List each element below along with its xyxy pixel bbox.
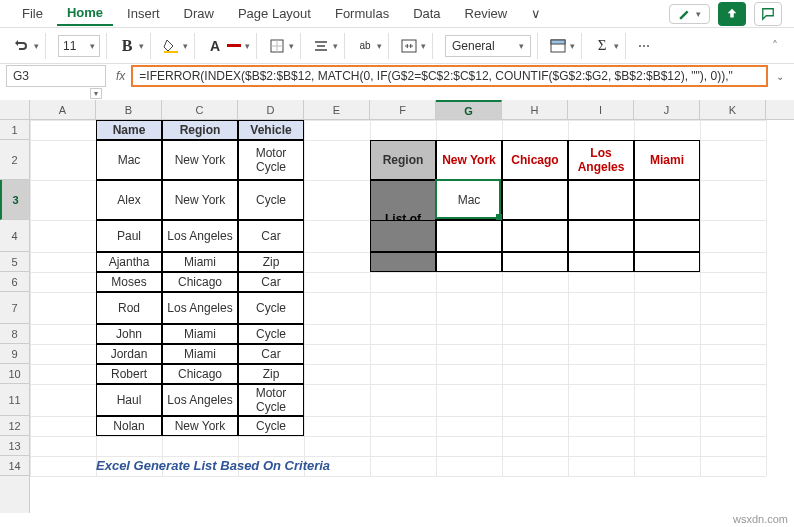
table1-header[interactable]: Name <box>96 120 162 140</box>
table1-cell[interactable]: Cycle <box>238 180 304 220</box>
undo-icon[interactable] <box>14 38 30 54</box>
list-label[interactable] <box>370 252 436 272</box>
table1-cell[interactable]: Car <box>238 220 304 252</box>
table1-cell[interactable]: Los Angeles <box>162 384 238 416</box>
col-header-K[interactable]: K <box>700 100 766 119</box>
table1-cell[interactable]: Jordan <box>96 344 162 364</box>
conditional-format-button[interactable] <box>550 38 566 54</box>
result-cell[interactable] <box>634 252 700 272</box>
table1-cell[interactable]: New York <box>162 180 238 220</box>
tab-review[interactable]: Review <box>455 2 518 25</box>
table1-cell[interactable]: Motor Cycle <box>238 140 304 180</box>
select-all[interactable] <box>0 100 29 120</box>
col-header-J[interactable]: J <box>634 100 700 119</box>
region-name[interactable]: Los Angeles <box>568 140 634 180</box>
more-tools[interactable]: ⋯ <box>638 39 650 53</box>
result-cell[interactable] <box>634 180 700 220</box>
result-cell[interactable] <box>568 180 634 220</box>
table1-cell[interactable]: Chicago <box>162 364 238 384</box>
row-header-14[interactable]: 14 <box>0 456 29 476</box>
pen-mode-button[interactable]: ▾ <box>669 4 710 24</box>
name-box-dropdown[interactable]: ▾ <box>6 88 106 100</box>
table1-cell[interactable]: Zip <box>238 364 304 384</box>
fx-label[interactable]: fx <box>110 69 131 83</box>
col-header-G[interactable]: G <box>436 100 502 119</box>
table1-cell[interactable]: Cycle <box>238 324 304 344</box>
col-header-C[interactable]: C <box>162 100 238 119</box>
region-name[interactable]: Miami <box>634 140 700 180</box>
table1-cell[interactable]: Robert <box>96 364 162 384</box>
result-cell[interactable] <box>502 180 568 220</box>
table1-cell[interactable]: Moses <box>96 272 162 292</box>
result-cell[interactable] <box>502 252 568 272</box>
table1-cell[interactable]: Alex <box>96 180 162 220</box>
result-cell[interactable] <box>502 220 568 252</box>
fill-color-button[interactable] <box>163 38 179 54</box>
table1-cell[interactable]: Chicago <box>162 272 238 292</box>
formula-input[interactable]: =IFERROR(INDEX($B$2:$B$12, MATCH(0, IF(G… <box>131 65 768 87</box>
row-header-1[interactable]: 1 <box>0 120 29 140</box>
col-header-E[interactable]: E <box>304 100 370 119</box>
table1-cell[interactable]: Haul <box>96 384 162 416</box>
row-header-2[interactable]: 2 <box>0 140 29 180</box>
table1-cell[interactable]: Cycle <box>238 416 304 436</box>
table1-cell[interactable]: Los Angeles <box>162 220 238 252</box>
region-name[interactable]: Chicago <box>502 140 568 180</box>
result-cell[interactable] <box>568 220 634 252</box>
table1-cell[interactable]: Miami <box>162 324 238 344</box>
formula-expand[interactable]: ⌄ <box>776 71 794 82</box>
row-header-5[interactable]: 5 <box>0 252 29 272</box>
row-header-4[interactable]: 4 <box>0 220 29 252</box>
table1-cell[interactable]: Rod <box>96 292 162 324</box>
font-size-box[interactable]: 11▾ <box>58 35 100 57</box>
merge-button[interactable] <box>401 38 417 54</box>
tab-file[interactable]: File <box>12 2 53 25</box>
region-label[interactable]: Region <box>370 140 436 180</box>
row-header-13[interactable]: 13 <box>0 436 29 456</box>
tab-home[interactable]: Home <box>57 1 113 26</box>
tab-more[interactable]: ∨ <box>521 2 551 25</box>
result-cell[interactable] <box>436 252 502 272</box>
col-header-D[interactable]: D <box>238 100 304 119</box>
table1-cell[interactable]: Nolan <box>96 416 162 436</box>
result-cell[interactable] <box>568 252 634 272</box>
autosum-button[interactable]: Σ <box>594 38 610 54</box>
row-header-9[interactable]: 9 <box>0 344 29 364</box>
comments-button[interactable] <box>754 2 782 26</box>
table1-cell[interactable]: Car <box>238 272 304 292</box>
table1-cell[interactable]: Miami <box>162 252 238 272</box>
table1-cell[interactable]: New York <box>162 140 238 180</box>
row-header-7[interactable]: 7 <box>0 292 29 324</box>
result-cell[interactable] <box>436 220 502 252</box>
font-color-button[interactable]: A <box>207 38 223 54</box>
table1-cell[interactable]: Cycle <box>238 292 304 324</box>
row-header-10[interactable]: 10 <box>0 364 29 384</box>
table1-header[interactable]: Region <box>162 120 238 140</box>
col-header-H[interactable]: H <box>502 100 568 119</box>
name-box[interactable]: G3 <box>6 65 106 87</box>
col-header-B[interactable]: B <box>96 100 162 119</box>
table1-cell[interactable]: New York <box>162 416 238 436</box>
table1-cell[interactable]: Car <box>238 344 304 364</box>
row-header-8[interactable]: 8 <box>0 324 29 344</box>
row-header-6[interactable]: 6 <box>0 272 29 292</box>
row-header-12[interactable]: 12 <box>0 416 29 436</box>
region-name[interactable]: New York <box>436 140 502 180</box>
table1-cell[interactable]: Paul <box>96 220 162 252</box>
share-button[interactable] <box>718 2 746 26</box>
result-cell[interactable] <box>634 220 700 252</box>
tab-draw[interactable]: Draw <box>174 2 224 25</box>
bold-button[interactable]: B <box>119 38 135 54</box>
row-header-3[interactable]: 3 <box>0 180 29 220</box>
tab-page-layout[interactable]: Page Layout <box>228 2 321 25</box>
tab-insert[interactable]: Insert <box>117 2 170 25</box>
table1-cell[interactable]: Motor Cycle <box>238 384 304 416</box>
tab-data[interactable]: Data <box>403 2 450 25</box>
table1-cell[interactable]: Ajantha <box>96 252 162 272</box>
table1-cell[interactable]: Miami <box>162 344 238 364</box>
wrap-text-button[interactable]: ab <box>357 38 373 54</box>
tab-formulas[interactable]: Formulas <box>325 2 399 25</box>
col-header-F[interactable]: F <box>370 100 436 119</box>
result-cell[interactable]: Mac <box>436 180 502 220</box>
table1-cell[interactable]: Zip <box>238 252 304 272</box>
